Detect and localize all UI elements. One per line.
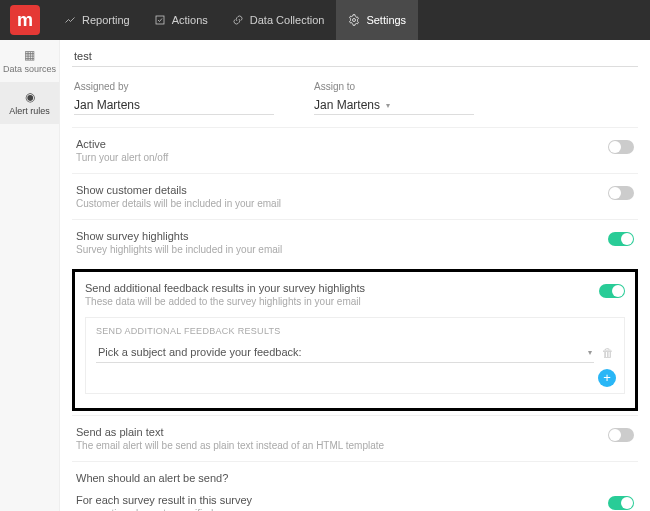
when-answer: For each survey result in this survey	[76, 494, 252, 506]
assigned-by-value: Jan Martens	[74, 98, 274, 115]
setting-sub: Customer details will be included in you…	[76, 198, 281, 209]
app-logo: m	[10, 5, 40, 35]
toggle-active[interactable]	[608, 140, 634, 154]
toggle-customer-details[interactable]	[608, 186, 634, 200]
add-button[interactable]: +	[598, 369, 616, 387]
setting-sub: The email alert will be send as plain te…	[76, 440, 384, 451]
gear-icon	[348, 14, 360, 26]
target-icon: ◉	[2, 90, 57, 104]
toggle-survey-highlights[interactable]	[608, 232, 634, 246]
nav-label: Reporting	[82, 14, 130, 26]
setting-sub: Turn your alert on/off	[76, 152, 168, 163]
check-icon	[154, 14, 166, 26]
toggle-when[interactable]	[608, 496, 634, 510]
delete-icon[interactable]: 🗑	[602, 346, 614, 360]
setting-title: Show customer details	[76, 184, 281, 196]
nav-label: Settings	[366, 14, 406, 26]
when-question: When should an alert be send?	[76, 472, 634, 484]
setting-title: Active	[76, 138, 168, 150]
assign-to-value: Jan Martens	[314, 98, 380, 112]
setting-title: Send additional feedback results in your…	[85, 282, 365, 294]
nav-reporting[interactable]: Reporting	[52, 0, 142, 40]
setting-plain-text: Send as plain text The email alert will …	[72, 415, 638, 461]
main-panel: test Assigned by Jan Martens Assign to J…	[60, 40, 650, 511]
setting-survey-highlights: Show survey highlights Survey highlights…	[72, 219, 638, 265]
setting-sub: Survey highlights will be included in yo…	[76, 244, 282, 255]
setting-active: Active Turn your alert on/off	[72, 127, 638, 173]
subsection-header: SEND ADDITIONAL FEEDBACK RESULTS	[96, 326, 614, 336]
setting-customer-details: Show customer details Customer details w…	[72, 173, 638, 219]
topbar: m Reporting Actions Data Collection Sett…	[0, 0, 650, 40]
nav-settings[interactable]: Settings	[336, 0, 418, 40]
nav-actions[interactable]: Actions	[142, 0, 220, 40]
chevron-down-icon: ▾	[386, 101, 390, 110]
toggle-plain-text[interactable]	[608, 428, 634, 442]
sidebar-item-label: Data sources	[3, 64, 56, 74]
sidebar-item-label: Alert rules	[9, 106, 50, 116]
setting-additional-feedback: Send additional feedback results in your…	[85, 282, 625, 317]
when-block: When should an alert be send? For each s…	[72, 461, 638, 511]
chevron-down-icon: ▾	[588, 348, 592, 357]
select-value: Pick a subject and provide your feedback…	[98, 346, 302, 358]
svg-rect-0	[156, 16, 164, 24]
sidebar: ▦ Data sources ◉ Alert rules	[0, 40, 60, 511]
setting-title: Show survey highlights	[76, 230, 282, 242]
nav-label: Actions	[172, 14, 208, 26]
nav-label: Data Collection	[250, 14, 325, 26]
feedback-subject-select[interactable]: Pick a subject and provide your feedback…	[96, 342, 594, 363]
assign-to-select[interactable]: Jan Martens ▾	[314, 98, 474, 115]
assigned-by-label: Assigned by	[74, 81, 274, 92]
rule-name-input[interactable]: test	[72, 46, 638, 67]
setting-sub: These data will be added to the survey h…	[85, 296, 365, 307]
sidebar-item-data-sources[interactable]: ▦ Data sources	[0, 40, 59, 82]
toggle-additional-feedback[interactable]	[599, 284, 625, 298]
additional-feedback-box: Send additional feedback results in your…	[72, 269, 638, 411]
grid-icon: ▦	[2, 48, 57, 62]
assign-to-label: Assign to	[314, 81, 474, 92]
nav-data-collection[interactable]: Data Collection	[220, 0, 337, 40]
svg-point-1	[353, 19, 356, 22]
setting-title: Send as plain text	[76, 426, 384, 438]
chart-icon	[64, 14, 76, 26]
link-icon	[232, 14, 244, 26]
sidebar-item-alert-rules[interactable]: ◉ Alert rules	[0, 82, 59, 124]
additional-feedback-subsection: SEND ADDITIONAL FEEDBACK RESULTS Pick a …	[85, 317, 625, 394]
assign-row: Assigned by Jan Martens Assign to Jan Ma…	[72, 77, 638, 127]
